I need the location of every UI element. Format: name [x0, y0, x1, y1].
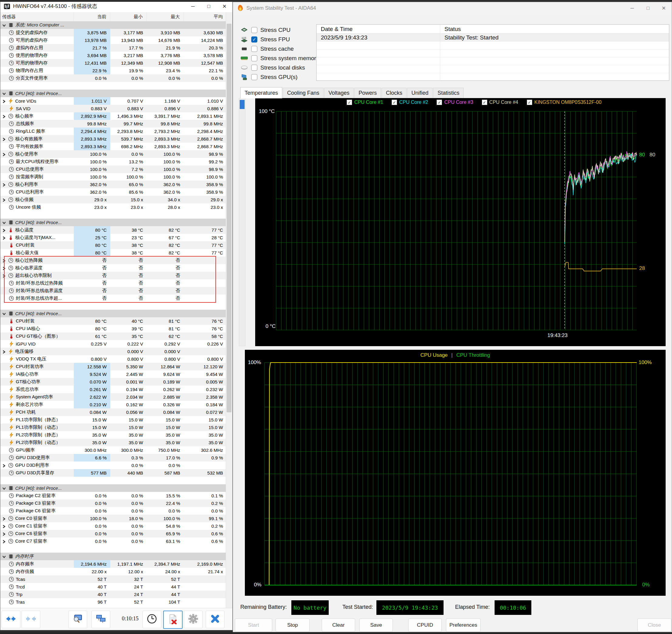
- checkbox[interactable]: [251, 65, 257, 71]
- stress-option-stress-cpu[interactable]: Stress CPU: [240, 25, 319, 34]
- sensor-row[interactable]: 超出核心功率限制否否否: [0, 272, 227, 279]
- legend-item[interactable]: ✓CPU Core #2: [392, 100, 428, 105]
- expand-arrow-icon[interactable]: [2, 516, 6, 521]
- sensor-row[interactable]: Package C6 驻留率0.0 %0.0 %0.0 %0.0 %: [0, 507, 227, 515]
- legend-checkbox[interactable]: ✓: [392, 100, 397, 105]
- expand-arrow-icon[interactable]: [2, 524, 6, 528]
- sensor-row[interactable]: CPU封装80 °C38 °C82 °C77 °C: [0, 241, 227, 249]
- chevron-down-icon[interactable]: [2, 486, 6, 490]
- chevron-down-icon[interactable]: [2, 555, 6, 559]
- sensor-row[interactable]: PL1功率限制（静态）15.0 W15.0 W15.0 W15.0 W: [0, 416, 227, 423]
- monitor-search-button[interactable]: [68, 611, 87, 628]
- settings-button[interactable]: [184, 611, 203, 628]
- close-icon[interactable]: ×: [216, 0, 232, 12]
- section-header-row[interactable]: 内存时序: [0, 553, 227, 560]
- sensor-row[interactable]: 可用的虚拟内存13,978 MB13,943 MB14,676 MB14,224…: [0, 36, 227, 44]
- expand-arrow-icon[interactable]: [2, 274, 6, 278]
- tab-clocks[interactable]: Clocks: [381, 88, 407, 98]
- sensor-row[interactable]: iGPU VID0.225 V0.222 V0.292 V0.226 V: [0, 340, 227, 348]
- sensor-row[interactable]: Core C1 驻留率0.0 %0.0 %54.8 %0.2 %: [0, 522, 227, 530]
- maximize-icon[interactable]: □: [201, 0, 216, 12]
- checkbox[interactable]: [251, 27, 257, 33]
- sensor-row[interactable]: 总线频率99.8 MHz99.7 MHz99.8 MHz99.8 MHz: [0, 120, 227, 127]
- expand-arrow-icon[interactable]: [2, 228, 6, 232]
- sensor-row[interactable]: GPU频率300.0 MHz300.0 MHz750.0 MHz302.6 MH…: [0, 446, 227, 454]
- column-header-2[interactable]: 最小: [110, 12, 147, 21]
- sensor-row[interactable]: 核心倍频29.0 x15.0 x34.0 x29.0 x: [0, 196, 227, 203]
- expand-arrow-icon[interactable]: [2, 182, 6, 187]
- sensor-row[interactable]: 内存倍频22.00 x12.00 x24.00 x21.74 x: [0, 568, 227, 576]
- checkbox[interactable]: ✓: [251, 36, 257, 43]
- sensor-row[interactable]: CPU封装80 °C40 °C81 °C76 °C: [0, 317, 227, 325]
- expand-arrow-icon[interactable]: [2, 114, 6, 118]
- clear-button[interactable]: Clear: [322, 618, 355, 632]
- sensor-row[interactable]: CPU IA核心80 °C39 °C81 °C76 °C: [0, 325, 227, 333]
- sensor-row[interactable]: 可用的物理内存12,431 MB12,349 MB12,908 MB12,547…: [0, 59, 227, 67]
- preferences-button[interactable]: Preferences: [446, 618, 481, 632]
- sensor-row[interactable]: CPU封装功率12.558 W5.350 W12.864 W12.120 W: [0, 363, 227, 370]
- sensor-row[interactable]: CPU总利用率362.0 %85.6 %362.0 %358.9 %: [0, 188, 227, 196]
- chevron-down-icon[interactable]: [2, 23, 6, 27]
- legend-item[interactable]: ✓CPU Core #4: [482, 100, 518, 105]
- scrollbar-thumb[interactable]: [227, 24, 231, 412]
- stress-option-stress-gpu-s-[interactable]: Stress GPU(s): [240, 72, 319, 82]
- tab-voltages[interactable]: Voltages: [324, 88, 354, 98]
- sensor-row[interactable]: Core C6 驻留率0.0 %0.0 %65.9 %0.6 %: [0, 530, 227, 537]
- sensor-row[interactable]: 核心频率2,892.9 MHz1,496.3 MHz3,391.7 MHz2,8…: [0, 112, 227, 120]
- expand-arrow-icon[interactable]: [2, 99, 6, 103]
- stop-button[interactable]: Stop: [276, 618, 309, 632]
- stress-option-stress-fpu[interactable]: 123✓Stress FPU: [240, 34, 319, 44]
- sensor-row[interactable]: PCH 功耗0.084 W0.056 W0.084 W0.072 W: [0, 408, 227, 416]
- expand-arrow-icon[interactable]: [2, 236, 6, 240]
- legend-item[interactable]: ✓CPU Core #1: [347, 100, 383, 105]
- legend-checkbox[interactable]: ✓: [347, 100, 352, 105]
- sensor-row[interactable]: 使用的物理内存3,694 MB3,217 MB3,776 MB3,578 MB: [0, 52, 227, 59]
- save-button[interactable]: Save: [360, 618, 393, 632]
- sensor-row[interactable]: 最大CPU/线程使用率100.0 %13.2 %100.0 %99.2 %: [0, 158, 227, 166]
- stress-option-stress-system-memory[interactable]: Stress system memory: [240, 53, 319, 63]
- legend-checkbox[interactable]: ✓: [527, 100, 532, 105]
- cpuid-button[interactable]: CPUID: [408, 618, 442, 632]
- sensor-row[interactable]: GPU D3D利用率0.0 %0.0 %: [0, 462, 227, 469]
- sensor-row[interactable]: 核心温度与TjMAX...25 °C23 °C67 °C28 °C: [0, 234, 227, 241]
- logging-stop-button[interactable]: [163, 611, 183, 629]
- sensor-row[interactable]: 封装/环形总线功率超...否否否: [0, 295, 227, 302]
- column-header-0[interactable]: 传感器: [0, 12, 74, 21]
- sensor-row[interactable]: 封装/环形总线临界温度否否否: [0, 287, 227, 295]
- sensor-row[interactable]: 物理内存占用22.9 %19.9 %23.4 %22.1 %: [0, 67, 227, 74]
- sensor-row[interactable]: 核心有效频率2,893.3 MHz539.7 MHz2,893.3 MHz2,8…: [0, 135, 227, 143]
- sensor-row[interactable]: Package C2 驻留率0.0 %0.0 %15.5 %0.1 %: [0, 492, 227, 499]
- expand-arrow-icon[interactable]: [2, 152, 6, 156]
- sensor-row[interactable]: System Agent功率2.622 W2.034 W2.885 W2.358…: [0, 393, 227, 401]
- sensor-row[interactable]: 核心过热降频否否否: [0, 257, 227, 264]
- checkbox[interactable]: [251, 55, 257, 61]
- section-header-row[interactable]: 系统: Micro Computer ...: [0, 21, 227, 29]
- sensor-row[interactable]: 核心利用率362.0 %65.0 %362.0 %358.9 %: [0, 181, 227, 188]
- expand-arrow-icon[interactable]: [2, 198, 6, 202]
- sensor-row[interactable]: SA VID0.883 V0.883 V0.896 V0.886 V: [0, 105, 227, 112]
- sensor-row[interactable]: Tcas52 T32 T52 T: [0, 576, 227, 583]
- sensor-row[interactable]: 封装/环形总线过热降频否否否: [0, 279, 227, 287]
- sensor-row[interactable]: PL2功率限制（静态）35.0 W35.0 W35.0 W35.0 W: [0, 431, 227, 439]
- tab-powers[interactable]: Powers: [354, 88, 381, 98]
- section-header-row[interactable]: CPU [#0]: Intel Proce...: [0, 219, 227, 226]
- sensor-row[interactable]: 核心最大值80 °C38 °C82 °C77 °C: [0, 249, 227, 257]
- column-header-4[interactable]: 平均: [184, 12, 227, 21]
- chevron-down-icon[interactable]: [2, 312, 6, 316]
- sensor-row[interactable]: 系统总功率0.261 W0.194 W0.262 W0.232 W: [0, 386, 227, 393]
- legend-item[interactable]: ✓KINGSTON OM8P0S3512F-00: [527, 100, 602, 105]
- column-header-3[interactable]: 最大: [147, 12, 184, 21]
- minimize-icon[interactable]: ─: [624, 2, 640, 14]
- section-header-row[interactable]: CPU [#0]: Intel Proce...: [0, 90, 227, 97]
- chevron-down-icon[interactable]: [2, 91, 6, 96]
- tab-unified[interactable]: Unified: [407, 88, 433, 98]
- tab-cooling-fans[interactable]: Cooling Fans: [283, 88, 324, 98]
- sensor-row[interactable]: 内存频率2,194.6 MHz1,197.1 MHz2,394.7 MHz2,1…: [0, 560, 227, 568]
- close-icon[interactable]: ×: [656, 2, 672, 14]
- collapse-columns-button[interactable]: [22, 611, 40, 628]
- sensor-row[interactable]: Core VIDs1.011 V0.707 V1.168 V1.010 V: [0, 97, 227, 105]
- sensor-row[interactable]: 核心临界温度否否否: [0, 264, 227, 272]
- sensor-row[interactable]: Trcd40 T24 T44 T: [0, 583, 227, 591]
- sensor-row[interactable]: Ring/LLC 频率2,294.4 MHz2,293.8 MHz2,793.2…: [0, 127, 227, 135]
- expand-arrow-icon[interactable]: [2, 532, 6, 536]
